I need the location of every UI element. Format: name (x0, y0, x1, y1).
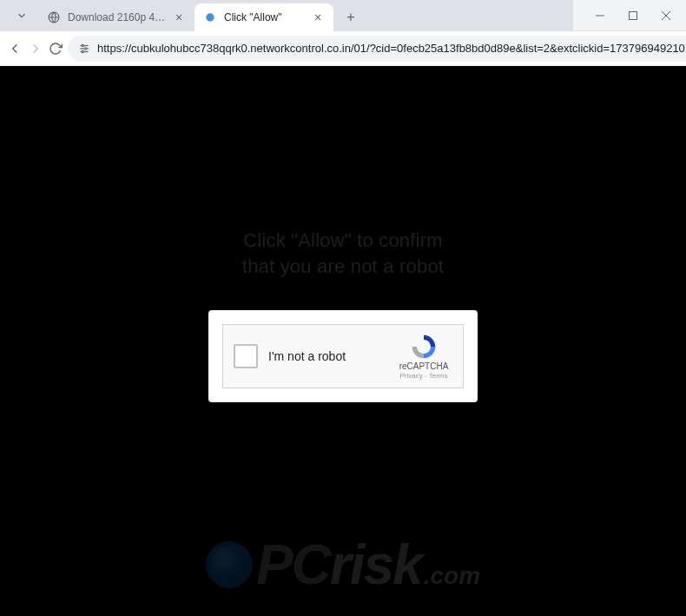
watermark-text: PCrisk.com (256, 533, 480, 597)
titlebar: Download 2160p 4K YIFY Movi × Click "All… (0, 0, 686, 31)
browser-window: Download 2160p 4K YIFY Movi × Click "All… (0, 0, 686, 616)
maximize-button[interactable] (617, 3, 650, 28)
arrow-right-icon (28, 41, 43, 56)
reload-button[interactable] (49, 36, 63, 62)
heading-line-2: that you are not a robot (208, 254, 478, 280)
forward-button[interactable] (28, 36, 43, 62)
minimize-button[interactable] (584, 3, 617, 28)
tab-active-click-allow[interactable]: Click "Allow" × (195, 3, 333, 31)
svg-point-11 (82, 50, 83, 52)
arrow-left-icon (7, 41, 23, 56)
address-bar[interactable]: https://cubkulohubcc738qqrk0.networkcont… (68, 36, 686, 62)
tab-close-button[interactable]: × (311, 10, 325, 24)
page-heading: Click "Allow" to confirm that you are no… (208, 228, 478, 279)
site-icon (203, 10, 217, 24)
maximize-icon (629, 11, 637, 20)
svg-point-1 (206, 13, 214, 21)
recaptcha-icon (410, 333, 438, 361)
svg-rect-3 (630, 11, 637, 19)
chevron-down-icon (16, 10, 28, 22)
globe-icon (47, 10, 61, 24)
reload-icon (49, 42, 63, 56)
back-button[interactable] (7, 36, 23, 62)
page-inner: Click "Allow" to confirm that you are no… (208, 228, 478, 402)
window-controls (584, 3, 683, 28)
captcha-checkbox[interactable] (234, 344, 258, 368)
site-info-button[interactable] (78, 43, 90, 55)
search-tabs-button[interactable] (9, 3, 35, 29)
new-tab-button[interactable]: + (339, 5, 363, 30)
tab-close-button[interactable]: × (172, 10, 186, 24)
captcha-widget: I'm not a robot reCAPTCHA Privacy - Term… (222, 324, 464, 388)
watermark: PCrisk.com (0, 533, 686, 597)
tab-title: Download 2160p 4K YIFY Movi (68, 11, 167, 23)
svg-point-10 (85, 47, 87, 49)
close-button[interactable] (650, 3, 683, 28)
captcha-brand-text: reCAPTCHA (399, 361, 449, 371)
minimize-icon (596, 11, 604, 20)
captcha-card: I'm not a robot reCAPTCHA Privacy - Term… (208, 310, 478, 402)
tab-title: Click "Allow" (224, 11, 306, 23)
watermark-badge-icon (206, 541, 253, 588)
close-icon (662, 11, 670, 20)
tab-inactive-download[interactable]: Download 2160p 4K YIFY Movi × (38, 3, 195, 31)
captcha-branding: reCAPTCHA Privacy - Terms (395, 333, 452, 380)
heading-line-1: Click "Allow" to confirm (208, 228, 478, 254)
svg-point-9 (82, 44, 83, 46)
url-text: https://cubkulohubcc738qqrk0.networkcont… (97, 42, 686, 55)
toolbar: https://cubkulohubcc738qqrk0.networkcont… (0, 31, 686, 66)
page-content: Click "Allow" to confirm that you are no… (0, 66, 686, 616)
captcha-links[interactable]: Privacy - Terms (400, 372, 448, 380)
captcha-label: I'm not a robot (268, 349, 385, 363)
tune-icon (78, 43, 90, 55)
tab-strip: Download 2160p 4K YIFY Movi × Click "All… (0, 0, 573, 31)
